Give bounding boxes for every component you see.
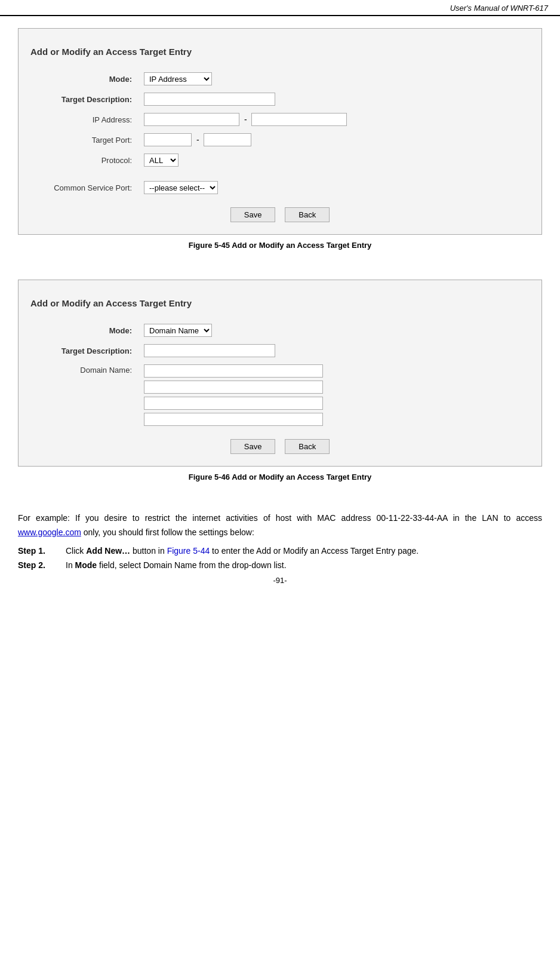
example-intro: For example: If you desire to restrict t… [18, 513, 542, 523]
step-1-label: Step 1. [18, 546, 60, 556]
google-link[interactable]: www.google.com [18, 527, 81, 537]
mode-select[interactable]: IP Address Domain Name [144, 72, 212, 85]
domain-input-1[interactable] [144, 364, 323, 378]
f46-domain-name-label: Domain Name: [30, 361, 138, 430]
figure-46-caption-bold: Figure 5-46 [189, 473, 230, 481]
ip-dash: - [244, 115, 247, 124]
target-port-label: Target Port: [30, 130, 138, 150]
target-port-end-input[interactable] [204, 133, 251, 146]
figure-46-caption: Figure 5-46 Add or Modify an Access Targ… [18, 473, 542, 481]
domain-input-3[interactable] [144, 397, 323, 410]
target-desc-cell [138, 89, 530, 109]
f46-mode-cell: Domain Name IP Address [138, 320, 530, 341]
target-port-start-input[interactable] [144, 133, 192, 146]
figure-46-title: Add or Modify an Access Target Entry [30, 298, 530, 308]
figure-46-box: Add or Modify an Access Target Entry Mod… [18, 280, 542, 467]
section-gap-1 [18, 268, 542, 280]
figure-45-buttons: Save Back [30, 207, 530, 222]
ip-address-label: IP Address: [30, 109, 138, 130]
common-service-label: Common Service Port: [30, 177, 138, 198]
common-service-cell: --please select-- [138, 177, 530, 198]
figure-45-save-button[interactable]: Save [230, 207, 276, 222]
example-paragraph: For example: If you desire to restrict t… [18, 511, 542, 540]
page-number: -91- [18, 576, 542, 585]
f46-mode-select[interactable]: Domain Name IP Address [144, 324, 212, 337]
section-gap-2 [18, 499, 542, 511]
step-1-row: Step 1. Click Add New… button in Figure … [18, 546, 542, 556]
f46-domain-name-row: Domain Name: [30, 361, 530, 430]
mode-cell: IP Address Domain Name [138, 69, 530, 89]
figure-46-caption-text: Add or Modify an Access Target Entry [230, 473, 371, 481]
domain-inputs-group [144, 364, 524, 426]
target-desc-label: Target Description: [30, 89, 138, 109]
target-desc-input[interactable] [144, 93, 275, 106]
f46-mode-row: Mode: Domain Name IP Address [30, 320, 530, 341]
ip-address-end-input[interactable] [251, 113, 347, 126]
example-end: only, you should first follow the settin… [81, 527, 254, 537]
target-desc-row: Target Description: [30, 89, 530, 109]
figure-46-back-button[interactable]: Back [285, 439, 330, 454]
mode-row: Mode: IP Address Domain Name [30, 69, 530, 89]
domain-input-4[interactable] [144, 413, 323, 426]
step-1-text: Click Add New… button in Figure 5-44 to … [60, 546, 542, 556]
protocol-select[interactable]: ALL TCP UDP [144, 154, 179, 167]
mode-label: Mode: [30, 69, 138, 89]
figure-45-title: Add or Modify an Access Target Entry [30, 47, 530, 57]
target-port-row: Target Port: - [30, 130, 530, 150]
figure-45-box: Add or Modify an Access Target Entry Mod… [18, 28, 542, 235]
spacer-row-1 [30, 170, 530, 177]
common-service-row: Common Service Port: --please select-- [30, 177, 530, 198]
domain-input-2[interactable] [144, 381, 323, 394]
figure-46-save-button[interactable]: Save [230, 439, 276, 454]
f46-target-desc-row: Target Description: [30, 341, 530, 361]
step-2-label: Step 2. [18, 560, 60, 570]
f46-target-desc-label: Target Description: [30, 341, 138, 361]
step-2-row: Step 2. In Mode field, select Domain Nam… [18, 560, 542, 570]
protocol-row: Protocol: ALL TCP UDP [30, 150, 530, 170]
figure-45-caption: Figure 5-45 Add or Modify an Access Targ… [18, 241, 542, 250]
figure-45-form: Mode: IP Address Domain Name Target Desc… [30, 69, 530, 198]
protocol-label: Protocol: [30, 150, 138, 170]
header-title: User's Manual of WNRT-617 [450, 4, 548, 13]
f46-target-desc-cell [138, 341, 530, 361]
figure-45-caption-text: Add or Modify an Access Target Entry [230, 241, 371, 250]
step-2-text: In Mode field, select Domain Name from t… [60, 560, 542, 570]
f46-mode-label: Mode: [30, 320, 138, 341]
f46-target-desc-input[interactable] [144, 344, 275, 357]
target-port-cell: - [138, 130, 530, 150]
figure-45-back-button[interactable]: Back [285, 207, 330, 222]
port-dash: - [196, 135, 199, 145]
page-content: Add or Modify an Access Target Entry Mod… [0, 16, 560, 597]
figure-45-caption-bold: Figure 5-45 [189, 241, 230, 250]
ip-address-start-input[interactable] [144, 113, 239, 126]
protocol-cell: ALL TCP UDP [138, 150, 530, 170]
figure-46-buttons: Save Back [30, 439, 530, 454]
figure-46-form: Mode: Domain Name IP Address Target Desc… [30, 320, 530, 430]
f46-domain-name-cell [138, 361, 530, 430]
common-service-select[interactable]: --please select-- [144, 181, 218, 194]
ip-address-cell: - [138, 109, 530, 130]
ip-address-row: IP Address: - [30, 109, 530, 130]
page-header: User's Manual of WNRT-617 [0, 0, 560, 16]
